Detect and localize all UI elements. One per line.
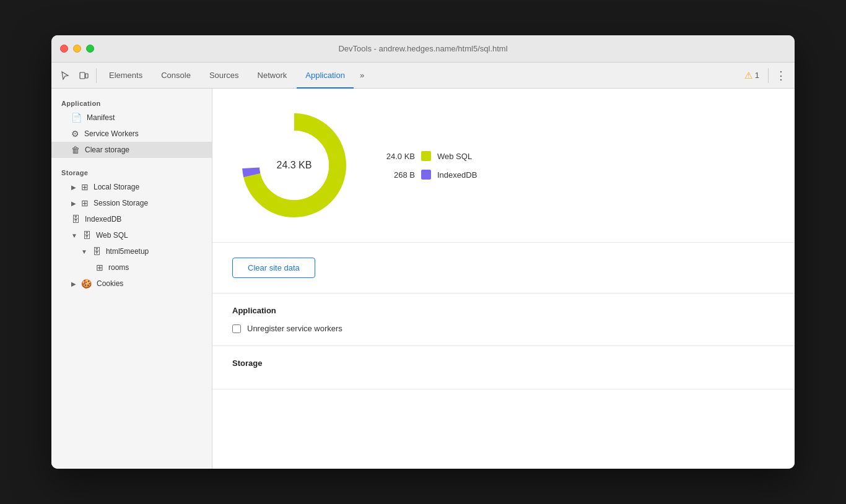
toolbar-separator-2 — [768, 68, 769, 83]
session-storage-icon: ⊞ — [81, 198, 89, 208]
tab-console[interactable]: Console — [152, 63, 199, 89]
expand-arrow-web-sql: ▼ — [71, 232, 77, 239]
gear-icon: ⚙ — [71, 129, 79, 139]
sidebar-item-web-sql[interactable]: ▼ 🗄 Web SQL — [51, 227, 212, 243]
sidebar-item-local-storage[interactable]: ▶ ⊞ Local Storage — [51, 179, 212, 195]
window-title: DevTools - andrew.hedges.name/html5/sql.… — [338, 44, 507, 53]
sidebar-item-rooms[interactable]: ⊞ rooms — [51, 259, 212, 276]
toolbar-separator — [96, 68, 97, 83]
sidebar-item-service-workers[interactable]: ⚙ Service Workers — [51, 126, 212, 142]
sidebar-web-sql-label: Web SQL — [96, 231, 128, 240]
legend-item-web-sql: 24.0 KB Web SQL — [381, 151, 477, 161]
sidebar-cookies-label: Cookies — [97, 279, 123, 288]
unregister-service-workers-row: Unregister service workers — [232, 324, 775, 333]
donut-chart: 24.3 KB — [232, 103, 356, 227]
main-area: Application 📄 Manifest ⚙ Service Workers… — [51, 89, 795, 469]
traffic-lights — [60, 45, 94, 53]
warning-icon: ⚠ — [744, 70, 752, 81]
sidebar-local-storage-label: Local Storage — [94, 183, 139, 191]
expand-arrow-local-storage: ▶ — [71, 184, 76, 191]
donut-center-label: 24.3 KB — [277, 160, 312, 171]
tab-elements[interactable]: Elements — [100, 63, 151, 89]
inspect-element-button[interactable] — [56, 67, 74, 84]
sidebar-item-html5meetup[interactable]: ▼ 🗄 html5meetup — [51, 243, 212, 259]
indexeddb-legend-label: IndexedDB — [437, 170, 477, 180]
application-content-section: Application Unregister service workers — [212, 293, 795, 346]
rooms-icon: ⊞ — [96, 263, 103, 272]
device-toolbar-button[interactable] — [75, 67, 92, 84]
svg-rect-0 — [80, 72, 85, 79]
unregister-label: Unregister service workers — [247, 324, 342, 333]
clear-site-data-area: Clear site data — [212, 243, 795, 293]
chart-legend: 24.0 KB Web SQL 268 B IndexedDB — [381, 151, 477, 180]
unregister-checkbox[interactable] — [232, 324, 241, 333]
expand-arrow-session-storage: ▶ — [71, 200, 76, 207]
toolbar: Elements Console Sources Network Applica… — [51, 63, 795, 89]
maximize-button[interactable] — [86, 45, 94, 53]
devtools-window: DevTools - andrew.hedges.name/html5/sql.… — [51, 35, 795, 469]
web-sql-icon: 🗄 — [82, 230, 91, 240]
web-sql-value: 24.0 KB — [381, 152, 415, 161]
sidebar-indexeddb-label: IndexedDB — [85, 215, 121, 224]
sidebar-html5meetup-label: html5meetup — [106, 247, 149, 256]
indexeddb-swatch — [421, 170, 431, 180]
titlebar: DevTools - andrew.hedges.name/html5/sql.… — [51, 35, 795, 63]
cursor-icon — [60, 71, 70, 80]
sidebar-item-session-storage[interactable]: ▶ ⊞ Session Storage — [51, 195, 212, 211]
sidebar-service-workers-label: Service Workers — [84, 129, 139, 138]
chart-area: 24.3 KB 24.0 KB Web SQL 268 B IndexedDB — [212, 89, 795, 243]
clear-site-data-button[interactable]: Clear site data — [232, 258, 315, 278]
sidebar-item-clear-storage[interactable]: 🗑 Clear storage — [51, 142, 212, 158]
close-button[interactable] — [60, 45, 68, 53]
indexeddb-value: 268 B — [381, 170, 415, 180]
cookies-icon: 🍪 — [81, 279, 92, 289]
devtools-menu-button[interactable]: ⋮ — [772, 67, 790, 84]
html5meetup-icon: 🗄 — [92, 246, 101, 256]
sidebar-session-storage-label: Session Storage — [94, 199, 148, 207]
sidebar-clear-storage-label: Clear storage — [85, 146, 129, 154]
web-sql-swatch — [421, 151, 431, 161]
minimize-button[interactable] — [73, 45, 81, 53]
device-icon — [79, 71, 89, 80]
warning-count[interactable]: ⚠ 1 — [739, 70, 764, 81]
manifest-icon: 📄 — [71, 113, 82, 123]
web-sql-legend-label: Web SQL — [437, 152, 472, 161]
expand-arrow-cookies: ▶ — [71, 280, 76, 287]
sidebar-item-manifest[interactable]: 📄 Manifest — [51, 110, 212, 126]
expand-arrow-html5meetup: ▼ — [81, 248, 87, 255]
sidebar-item-cookies[interactable]: ▶ 🍪 Cookies — [51, 276, 212, 292]
storage-section-title: Storage — [51, 164, 212, 179]
tab-sources[interactable]: Sources — [201, 63, 248, 89]
trash-icon: 🗑 — [71, 145, 80, 155]
storage-section-heading: Storage — [232, 358, 775, 368]
more-tabs-button[interactable]: » — [355, 71, 369, 80]
sidebar-rooms-label: rooms — [108, 263, 129, 272]
application-section-heading: Application — [232, 306, 775, 315]
sidebar: Application 📄 Manifest ⚙ Service Workers… — [51, 89, 212, 469]
svg-rect-1 — [85, 74, 88, 78]
sidebar-manifest-label: Manifest — [87, 113, 115, 122]
storage-content-section: Storage — [212, 346, 795, 389]
indexeddb-icon: 🗄 — [71, 214, 80, 224]
sidebar-item-indexeddb[interactable]: 🗄 IndexedDB — [51, 211, 212, 227]
tab-application[interactable]: Application — [297, 63, 354, 89]
local-storage-icon: ⊞ — [81, 182, 89, 192]
application-section-title: Application — [51, 95, 212, 110]
content-panel: 24.3 KB 24.0 KB Web SQL 268 B IndexedDB — [212, 89, 795, 469]
legend-item-indexeddb: 268 B IndexedDB — [381, 170, 477, 180]
tab-network[interactable]: Network — [249, 63, 296, 89]
